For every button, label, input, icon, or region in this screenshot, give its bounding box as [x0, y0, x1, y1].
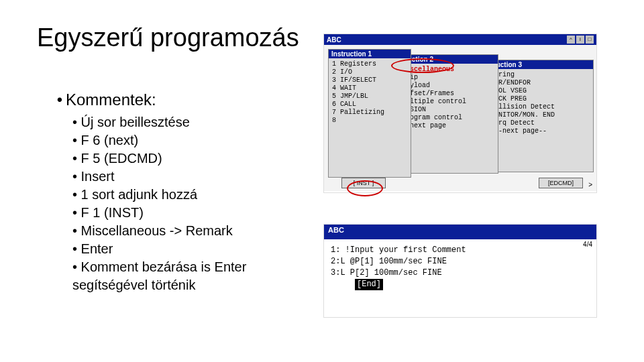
menu-item: 6 MONITOR/MON. END: [482, 111, 590, 119]
menu-item: 5 JMP/LBL: [332, 93, 407, 101]
list-item: Miscellaneous -> Remark: [72, 222, 302, 240]
window-body: Instruction 3 1 String 2 FOR/ENDFOR 3 TO…: [324, 45, 596, 191]
list-item: Enter: [72, 240, 302, 258]
menu-item: 3 TOOL VSEG: [482, 87, 590, 95]
list-item: 1 sort adjunk hozzá: [72, 186, 302, 204]
info-icon: i: [576, 36, 584, 44]
window-title: ABC: [327, 36, 341, 44]
code-line: 2:L @P[1] 100mm/sec FINE: [331, 256, 590, 267]
code-line: 1: !Input your first Comment: [331, 245, 590, 256]
menu-item: 1 String: [482, 71, 590, 79]
menu-item: 7 Palletizing: [332, 109, 407, 117]
menu-item: 4 WAIT: [332, 84, 407, 93]
list-item: F 6 (next): [72, 131, 302, 149]
caret-up-icon: ^: [567, 36, 575, 44]
maximize-icon: □: [586, 36, 594, 44]
window-title: ABC: [328, 226, 344, 234]
menu-item: 6 CALL: [332, 101, 407, 109]
pane-title: Instruction 1: [329, 50, 411, 58]
menu-item: 8 --next page--: [482, 127, 590, 135]
edcmd-button: [EDCMD]: [539, 178, 583, 188]
window-titlebar: ABC: [324, 225, 596, 239]
page-counter: 4/4: [583, 241, 592, 248]
list-item: F 5 (EDCMD): [72, 149, 302, 168]
list-item: F 1 (INST): [72, 204, 302, 222]
kommentek-heading: •Kommentek:: [54, 90, 302, 109]
end-marker: [End]: [331, 279, 590, 290]
teach-pendant-screenshot-2: ABC 4/4 1: !Input your first Comment 2:L…: [323, 224, 597, 318]
next-arrow-icon: >: [588, 181, 592, 188]
menu-item: 8: [332, 117, 407, 125]
menu-item: 2 FOR/ENDFOR: [482, 79, 590, 87]
list-item: Komment bezárása is Enter segítségével t…: [72, 258, 302, 294]
code-line: 3:L P[2] 100mm/sec FINE: [331, 267, 590, 279]
annotation-circle-icon: [391, 58, 454, 73]
window-icons: ^ i □: [567, 36, 594, 44]
slide-title: Egyszerű programozás: [37, 23, 299, 52]
bullet-list: Új sor beillesztése F 6 (next) F 5 (EDCM…: [72, 113, 302, 294]
list-item: Insert: [72, 168, 302, 186]
menu-item: 3 IF/SELECT: [332, 76, 407, 84]
menu-item: 7 Torq Detect: [482, 119, 590, 127]
menu-item: 4 LOCK PREG: [482, 95, 590, 103]
slide: Egyszerű programozás •Kommentek: Új sor …: [0, 0, 644, 362]
program-listing: 4/4 1: !Input your first Comment 2:L @P[…: [324, 239, 596, 320]
left-column: •Kommentek: Új sor beillesztése F 6 (nex…: [54, 90, 302, 294]
list-item: Új sor beillesztése: [72, 113, 302, 131]
teach-pendant-screenshot-1: ABC ^ i □ Instruction 3 1 String 2 FOR/E…: [323, 34, 597, 193]
window-titlebar: ABC ^ i □: [324, 34, 596, 45]
annotation-circle-icon: [347, 180, 383, 196]
menu-item: 5 Collision Detect: [482, 103, 590, 111]
